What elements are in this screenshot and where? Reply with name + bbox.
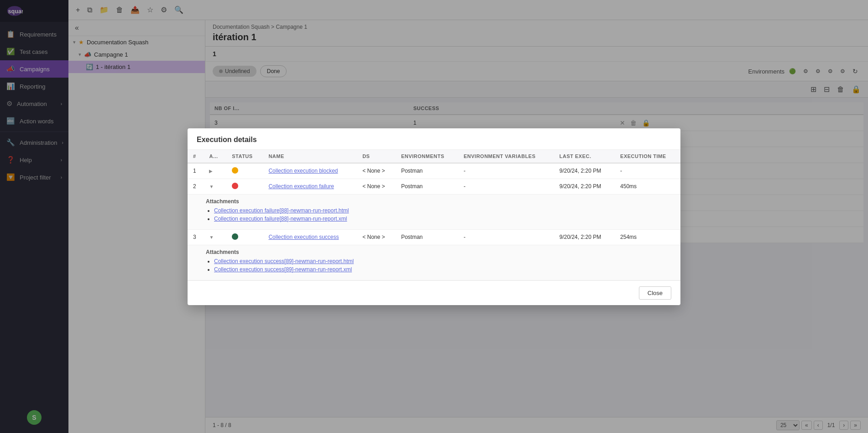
cell-status xyxy=(226,179,263,194)
close-modal-button[interactable]: Close xyxy=(639,286,671,300)
execution-table: # A... STATUS NAME DS ENVIRONMENTS ENVIR… xyxy=(188,150,680,280)
attachments-cell: Attachments Collection execution failure… xyxy=(188,194,680,229)
cell-environments: Postman xyxy=(396,163,458,179)
cell-status xyxy=(226,163,263,179)
col-exec-time: EXECUTION TIME xyxy=(615,150,680,163)
cell-row-num: 1 xyxy=(188,163,204,179)
attachment-link[interactable]: Collection execution failure[88]-newman-… xyxy=(214,207,349,214)
cell-last-exec: 9/20/24, 2:20 PM xyxy=(554,179,615,194)
cell-expand xyxy=(204,229,226,245)
cell-env-variables: - xyxy=(458,179,554,194)
attachments-title: Attachments xyxy=(206,249,675,255)
col-environments: ENVIRONMENTS xyxy=(396,150,458,163)
chevron-down-icon[interactable] xyxy=(209,183,214,190)
cell-name: Collection execution failure xyxy=(263,179,357,194)
col-ap: A... xyxy=(204,150,226,163)
col-name: NAME xyxy=(263,150,357,163)
cell-row-num: 2 xyxy=(188,179,204,194)
exec-table-row: 2 Collection execution failure < None > … xyxy=(188,179,680,194)
modal-body: # A... STATUS NAME DS ENVIRONMENTS ENVIR… xyxy=(188,150,680,280)
cell-status xyxy=(226,229,263,245)
col-env-variables: ENVIRONMENT VARIABLES xyxy=(458,150,554,163)
attachment-link[interactable]: Collection execution failure[88]-newman-… xyxy=(214,216,347,222)
cell-ds: < None > xyxy=(357,229,396,245)
cell-row-num: 3 xyxy=(188,229,204,245)
modal-title: Execution details xyxy=(197,136,671,144)
cell-environments: Postman xyxy=(396,229,458,245)
attachment-list: Collection execution success[89]-newman-… xyxy=(206,258,675,273)
exec-name-link[interactable]: Collection execution blocked xyxy=(268,168,338,174)
cell-expand xyxy=(204,179,226,194)
attachments-cell: Attachments Collection execution success… xyxy=(188,245,680,280)
status-dot xyxy=(232,233,238,240)
cell-environments: Postman xyxy=(396,179,458,194)
exec-name-link[interactable]: Collection execution failure xyxy=(268,183,334,190)
modal-header: Execution details xyxy=(188,128,680,150)
exec-table-row: 1 Collection execution blocked < None > … xyxy=(188,163,680,179)
attachment-link[interactable]: Collection execution success[89]-newman-… xyxy=(214,266,352,273)
cell-last-exec: 9/20/24, 2:20 PM xyxy=(554,163,615,179)
attachment-link[interactable]: Collection execution success[89]-newman-… xyxy=(214,258,354,264)
cell-name: Collection execution success xyxy=(263,229,357,245)
chevron-right-icon[interactable] xyxy=(209,168,213,174)
cell-ds: < None > xyxy=(357,163,396,179)
cell-last-exec: 9/20/24, 2:20 PM xyxy=(554,229,615,245)
attachments-row: Attachments Collection execution success… xyxy=(188,245,680,280)
col-status: STATUS xyxy=(226,150,263,163)
exec-name-link[interactable]: Collection execution success xyxy=(268,234,339,240)
cell-exec-time: 450ms xyxy=(615,179,680,194)
cell-env-variables: - xyxy=(458,229,554,245)
col-last-exec: LAST EXEC. xyxy=(554,150,615,163)
cell-env-variables: - xyxy=(458,163,554,179)
attachments-row: Attachments Collection execution failure… xyxy=(188,194,680,229)
chevron-down-icon[interactable] xyxy=(209,234,214,240)
cell-name: Collection execution blocked xyxy=(263,163,357,179)
status-dot xyxy=(232,183,238,189)
col-ds: DS xyxy=(357,150,396,163)
modal-footer: Close xyxy=(188,280,680,305)
exec-table-row: 3 Collection execution success < None > … xyxy=(188,229,680,245)
execution-details-modal: Execution details # A... STATUS NAME DS … xyxy=(188,128,680,305)
col-num: # xyxy=(188,150,204,163)
modal-overlay[interactable]: Execution details # A... STATUS NAME DS … xyxy=(0,0,868,433)
attachment-list: Collection execution failure[88]-newman-… xyxy=(206,207,675,222)
cell-exec-time: 254ms xyxy=(615,229,680,245)
cell-expand xyxy=(204,163,226,179)
cell-ds: < None > xyxy=(357,179,396,194)
attachments-title: Attachments xyxy=(206,198,675,205)
cell-exec-time: - xyxy=(615,163,680,179)
status-dot xyxy=(232,167,238,174)
